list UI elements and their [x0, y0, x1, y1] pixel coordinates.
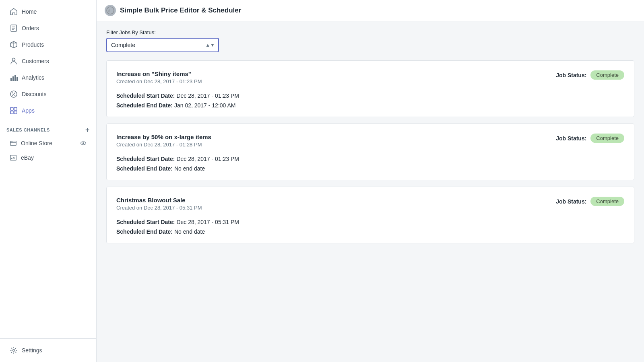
svg-point-25: [83, 142, 84, 144]
ebay-icon: eB: [10, 154, 17, 161]
settings-icon: [10, 346, 18, 354]
svg-rect-18: [10, 111, 13, 114]
svg-point-14: [12, 93, 13, 93]
filter-section: Filter Jobs By Status: All Complete Pend…: [106, 29, 634, 52]
job-created-3: Created on Dec 28, 2017 - 05:31 PM: [116, 205, 202, 211]
home-icon: [10, 8, 18, 16]
add-sales-channel-icon[interactable]: +: [85, 126, 90, 134]
svg-point-15: [14, 95, 15, 96]
sidebar-item-orders[interactable]: Orders: [3, 20, 93, 36]
sidebar-item-discounts[interactable]: Discounts: [3, 86, 93, 102]
svg-rect-16: [10, 107, 13, 110]
sidebar-item-analytics[interactable]: Analytics: [3, 70, 93, 86]
app-icon: $: [105, 5, 116, 16]
job-start-date-1: Scheduled Start Date: Dec 28, 2017 - 01:…: [116, 93, 624, 99]
sidebar-item-apps[interactable]: Apps: [3, 103, 93, 119]
svg-point-22: [11, 142, 12, 142]
job-end-date-1: Scheduled End Date: Jan 02, 2017 - 12:00…: [116, 102, 624, 109]
svg-rect-10: [14, 75, 16, 81]
sidebar-item-home[interactable]: Home: [3, 4, 93, 20]
job-card-2: Increase by 50% on x-large items Created…: [106, 123, 634, 180]
svg-rect-11: [17, 77, 18, 81]
sidebar-item-settings[interactable]: Settings: [3, 342, 93, 358]
svg-text:$: $: [108, 9, 110, 13]
job-end-date-3: Scheduled End Date: No end date: [116, 228, 624, 235]
app-title: Simple Bulk Price Editor & Scheduler: [120, 6, 241, 14]
customers-icon: [10, 57, 18, 65]
job-created-2: Created on Dec 28, 2017 - 01:28 PM: [116, 142, 211, 148]
job-title-2: Increase by 50% on x-large items: [116, 134, 211, 140]
job-card-1: Increase on "Shiny items" Created on Dec…: [106, 60, 634, 117]
svg-point-23: [12, 142, 12, 142]
job-status-badge-3: Complete: [590, 197, 624, 206]
svg-rect-9: [12, 76, 14, 81]
job-status-badge-1: Complete: [590, 70, 624, 80]
svg-rect-19: [14, 111, 17, 114]
content-area: Filter Jobs By Status: All Complete Pend…: [97, 21, 644, 362]
products-icon: [10, 41, 18, 49]
sidebar-item-ebay[interactable]: eB eBay: [3, 151, 93, 165]
job-status-label-3: Job Status:: [556, 198, 586, 205]
svg-rect-17: [14, 107, 17, 110]
analytics-icon: [10, 74, 18, 82]
online-store-icon: [10, 140, 17, 147]
sales-channels-header: SALES CHANNELS +: [0, 122, 96, 136]
job-start-date-2: Scheduled Start Date: Dec 28, 2017 - 01:…: [116, 156, 624, 162]
orders-icon: [10, 24, 18, 32]
job-status-label-1: Job Status:: [556, 72, 586, 78]
job-end-date-2: Scheduled End Date: No end date: [116, 165, 624, 172]
job-start-date-3: Scheduled Start Date: Dec 28, 2017 - 05:…: [116, 219, 624, 225]
svg-text:eB: eB: [11, 156, 15, 160]
filter-select[interactable]: All Complete Pending Running Failed: [106, 38, 219, 52]
job-status-badge-2: Complete: [590, 134, 624, 143]
sidebar-item-products[interactable]: Products: [3, 37, 93, 53]
eye-icon[interactable]: [80, 140, 87, 146]
sidebar-item-online-store[interactable]: Online Store: [3, 136, 93, 150]
sidebar-item-customers[interactable]: Customers: [3, 53, 93, 69]
job-created-1: Created on Dec 28, 2017 - 01:23 PM: [116, 78, 202, 84]
svg-point-28: [13, 350, 15, 352]
job-title-1: Increase on "Shiny items": [116, 70, 202, 77]
filter-label: Filter Jobs By Status:: [106, 29, 634, 35]
apps-icon: [10, 107, 18, 115]
discounts-icon: [10, 90, 18, 98]
job-card-3: Christmas Blowout Sale Created on Dec 28…: [106, 187, 634, 243]
job-status-label-2: Job Status:: [556, 135, 586, 142]
filter-select-wrapper: All Complete Pending Running Failed ▲▼: [106, 38, 219, 52]
svg-point-7: [12, 58, 15, 61]
main-content: $ Simple Bulk Price Editor & Scheduler F…: [97, 0, 644, 362]
job-title-3: Christmas Blowout Sale: [116, 197, 202, 204]
sidebar: Home Orders Products: [0, 0, 97, 362]
top-bar: $ Simple Bulk Price Editor & Scheduler: [97, 0, 644, 21]
svg-rect-8: [10, 78, 12, 81]
